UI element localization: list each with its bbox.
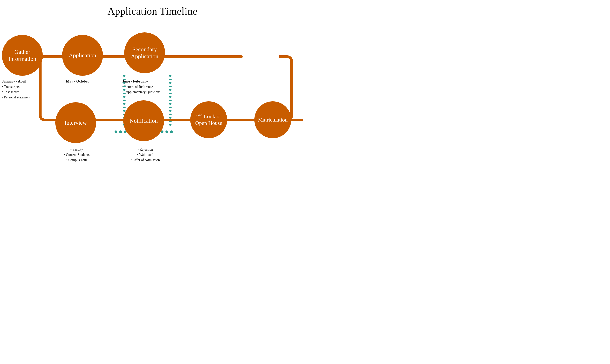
gather-info-text: January - April • Transcripts • Test sco… [2,79,47,100]
secondary-application-circle: SecondaryApplication [124,32,165,73]
gather-information-circle: GatherInformation [2,35,43,76]
interview-circle: Interview [55,102,96,143]
notification-bullet-2: • Waitlisted [125,152,166,157]
interview-label: Interview [65,119,87,126]
dot [115,130,117,133]
dot [169,100,172,101]
dot [169,103,172,105]
dot [123,103,126,105]
dot [169,114,172,115]
dot [170,130,173,133]
dot [119,130,122,133]
dot [123,75,126,77]
interview-info-text: • Faculty • Current Students • Campus To… [57,147,96,163]
second-look-circle: 2nd Look orOpen House [190,101,227,138]
timeline-container: GatherInformation January - April • Tran… [0,19,305,182]
second-look-label: 2nd Look orOpen House [194,112,224,128]
application-circle: Application [62,35,103,76]
notification-circle: Notification [123,100,164,141]
dot [165,130,168,133]
dot [169,124,172,126]
interview-bullet-3: • Campus Tour [57,157,96,163]
gather-information-label: GatherInformation [6,46,38,64]
dot [169,96,172,98]
dot [169,107,172,108]
notification-bullet-1: • Rejection [125,147,166,152]
gather-bullet-2: • Test scores [2,90,47,95]
gather-bullet-1: • Transcripts [2,84,47,90]
application-label: Application [67,50,98,61]
dot [169,117,172,119]
dot [169,110,172,112]
matriculation-label: Matriculation [258,117,287,123]
matriculation-circle: Matriculation [254,101,291,138]
interview-bullet-1: • Faculty [57,147,96,152]
notification-label: Notification [130,117,158,124]
dot [169,121,172,122]
page-title: Application Timeline [0,0,305,17]
secondary-date: June - February [122,79,173,84]
dot [123,107,126,108]
gather-date: January - April [2,79,47,84]
notification-info-text: • Rejection • Waitlisted • Offer of Admi… [125,147,166,163]
secondary-application-label: SecondaryApplication [129,44,160,62]
secondary-bullet-1: • Letters of Reference [122,84,173,90]
gather-bullet-3: • Personal statement [2,95,47,100]
interview-bullet-2: • Current Students [57,152,96,157]
dot [123,110,126,112]
dot [123,100,126,101]
notification-bullet-3: • Offer of Admission [125,157,166,163]
secondary-info-text: June - February • Letters of Reference •… [122,79,173,95]
application-info-text: May - October [66,79,105,84]
secondary-bullet-2: • Supplementary Questions [122,90,173,95]
application-date: May - October [66,79,105,84]
dot [123,96,126,98]
dot [169,75,172,77]
